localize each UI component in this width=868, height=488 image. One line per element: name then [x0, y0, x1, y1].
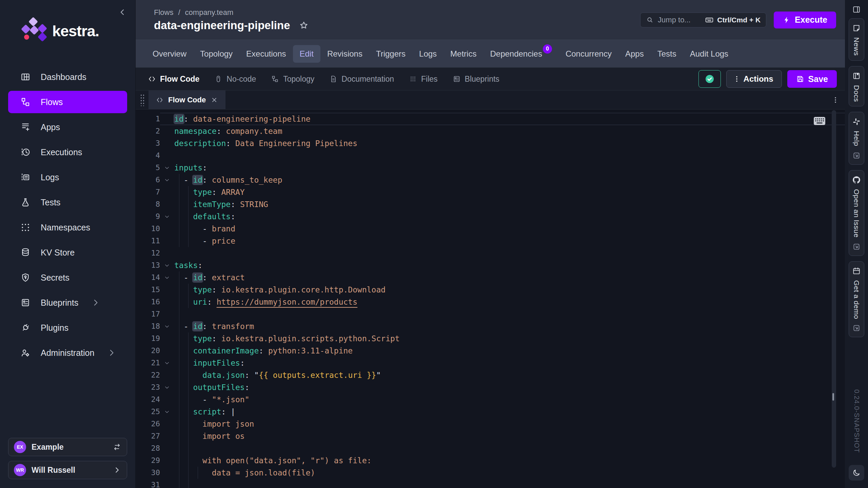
- code-line[interactable]: 18 - id: transform: [136, 320, 845, 332]
- editor-tab-flow-code[interactable]: Flow Code: [149, 90, 225, 109]
- breadcrumb-flows[interactable]: Flows: [154, 8, 173, 17]
- code-line[interactable]: 28: [136, 442, 845, 454]
- fold-chevron-down-icon[interactable]: [160, 381, 174, 393]
- sidebar-item-tests[interactable]: Tests: [8, 191, 127, 214]
- sidebar-item-secrets[interactable]: Secrets: [8, 266, 127, 289]
- rail-news-button[interactable]: News: [849, 18, 864, 61]
- panel-toggle-icon[interactable]: [850, 3, 863, 16]
- user-menu[interactable]: WR Will Russell: [8, 461, 127, 479]
- sidebar-item-plugins[interactable]: Plugins: [8, 317, 127, 339]
- fold-chevron-down-icon[interactable]: [160, 174, 174, 186]
- sidebar-item-apps[interactable]: Apps: [8, 116, 127, 138]
- save-button[interactable]: Save: [787, 70, 837, 88]
- code-line[interactable]: 22 data.json: "{{ outputs.extract.uri }}…: [136, 369, 845, 381]
- tab-overview[interactable]: Overview: [146, 45, 193, 63]
- star-icon[interactable]: [299, 21, 309, 30]
- sidebar-item-blueprints[interactable]: Blueprints: [8, 291, 127, 314]
- code-line[interactable]: 25 script: |: [136, 406, 845, 418]
- view-documentation[interactable]: Documentation: [329, 75, 394, 84]
- code-line[interactable]: 23 outputFiles:: [136, 381, 845, 393]
- sidebar-item-namespaces[interactable]: Namespaces: [8, 216, 127, 239]
- view-files[interactable]: Files: [409, 75, 438, 84]
- view-flow-code[interactable]: Flow Code: [148, 75, 199, 84]
- fold-chevron-down-icon[interactable]: [160, 406, 174, 418]
- fold-chevron-down-icon[interactable]: [160, 357, 174, 369]
- drag-handle[interactable]: [136, 90, 149, 109]
- rail-help-button[interactable]: Help: [849, 112, 864, 164]
- tab-concurrency[interactable]: Concurrency: [559, 45, 618, 63]
- sidebar-item-administration[interactable]: Administration: [8, 342, 127, 364]
- code-line[interactable]: 2namespace: company.team: [136, 125, 845, 137]
- tab-metrics[interactable]: Metrics: [443, 45, 483, 63]
- code-line[interactable]: 20 containerImage: python:3.11-alpine: [136, 345, 845, 357]
- sidebar-item-kv-store[interactable]: KV Store: [8, 241, 127, 264]
- theme-toggle-button[interactable]: [849, 465, 864, 481]
- code-line[interactable]: 6 - id: columns_to_keep: [136, 174, 845, 186]
- code-line[interactable]: 15 type: io.kestra.plugin.core.http.Down…: [136, 284, 845, 296]
- sidebar-item-flows[interactable]: Flows: [8, 91, 127, 113]
- view-no-code[interactable]: No-code: [214, 75, 256, 84]
- code-line[interactable]: 4: [136, 149, 845, 162]
- code-line[interactable]: 17: [136, 308, 845, 320]
- code-line[interactable]: 24 - "*.json": [136, 393, 845, 406]
- tab-apps[interactable]: Apps: [618, 45, 651, 63]
- rail-docs-button[interactable]: Docs: [849, 66, 864, 107]
- actions-button[interactable]: Actions: [726, 70, 782, 88]
- code-line[interactable]: 11 - price: [136, 235, 845, 247]
- rail-get-a-demo-button[interactable]: Get a demo: [849, 261, 864, 338]
- sidebar-item-executions[interactable]: Executions: [8, 141, 127, 163]
- tab-executions[interactable]: Executions: [239, 45, 293, 63]
- tab-triggers[interactable]: Triggers: [369, 45, 412, 63]
- code-line[interactable]: 10 - brand: [136, 223, 845, 235]
- tab-dependencies[interactable]: Dependencies0: [483, 45, 558, 63]
- code-line[interactable]: 19 type: io.kestra.plugin.scripts.python…: [136, 332, 845, 345]
- editor-menu-icon[interactable]: [831, 96, 840, 104]
- sidebar-item-dashboards[interactable]: Dashboards: [8, 66, 127, 88]
- tab-audit-logs[interactable]: Audit Logs: [683, 45, 735, 63]
- close-icon[interactable]: [211, 96, 218, 104]
- tab-tests[interactable]: Tests: [651, 45, 683, 63]
- code-line[interactable]: 21 inputFiles:: [136, 357, 845, 369]
- code-line[interactable]: 26 import json: [136, 418, 845, 430]
- jump-to-search[interactable]: Jump to... Ctrl/Cmd + K: [640, 13, 766, 27]
- code-line[interactable]: 16 uri: https://dummyjson.com/products: [136, 296, 845, 308]
- kestra-wordmark: kestra.: [52, 22, 99, 40]
- code-token: io.kestra.plugin.core.http.Download: [221, 285, 386, 294]
- tenant-switcher[interactable]: EX Example: [8, 438, 127, 456]
- code-line[interactable]: 8 itemType: STRING: [136, 198, 845, 210]
- code-line[interactable]: 30 data = json.load(file): [136, 467, 845, 479]
- collapse-sidebar-icon[interactable]: [118, 7, 127, 17]
- code-line[interactable]: 3description: Data Engineering Pipelines: [136, 137, 845, 149]
- code-editor[interactable]: 1id: data-engineering-pipeline2namespace…: [136, 109, 845, 488]
- code-line[interactable]: 12: [136, 247, 845, 259]
- kestra-logo[interactable]: kestra.: [20, 17, 135, 45]
- tab-topology[interactable]: Topology: [193, 45, 239, 63]
- code-line[interactable]: 14 - id: extract: [136, 271, 845, 284]
- view-topology[interactable]: Topology: [271, 75, 314, 84]
- fold-chevron-down-icon[interactable]: [160, 162, 174, 174]
- execute-button[interactable]: Execute: [774, 12, 836, 28]
- breadcrumb-namespace[interactable]: company.team: [185, 8, 234, 17]
- code-line[interactable]: 29 with open("data.json", "r") as file:: [136, 454, 845, 467]
- code-line[interactable]: 9 defaults:: [136, 210, 845, 223]
- rail-open-an-issue-button[interactable]: Open an Issue: [849, 170, 864, 256]
- fold-chevron-down-icon[interactable]: [160, 271, 174, 284]
- code-line[interactable]: 7 type: ARRAY: [136, 186, 845, 198]
- sidebar-item-logs[interactable]: Logs: [8, 166, 127, 188]
- fold-chevron-down-icon[interactable]: [160, 259, 174, 271]
- validation-status-button[interactable]: [698, 70, 721, 88]
- fold-chevron-down-icon[interactable]: [160, 210, 174, 223]
- tests-icon: [20, 197, 31, 207]
- code-line[interactable]: 27 import os: [136, 430, 845, 442]
- code-line[interactable]: 5inputs:: [136, 162, 845, 174]
- tab-revisions[interactable]: Revisions: [320, 45, 369, 63]
- external-link-icon: [852, 151, 861, 160]
- editor-scrollbar[interactable]: [832, 110, 836, 468]
- fold-chevron-down-icon[interactable]: [160, 320, 174, 332]
- view-blueprints[interactable]: Blueprints: [453, 75, 499, 84]
- code-line[interactable]: 31: [136, 479, 845, 488]
- code-line[interactable]: 13tasks:: [136, 259, 845, 271]
- tab-logs[interactable]: Logs: [412, 45, 443, 63]
- tab-edit[interactable]: Edit: [293, 45, 320, 63]
- code-line[interactable]: 1id: data-engineering-pipeline: [136, 113, 845, 125]
